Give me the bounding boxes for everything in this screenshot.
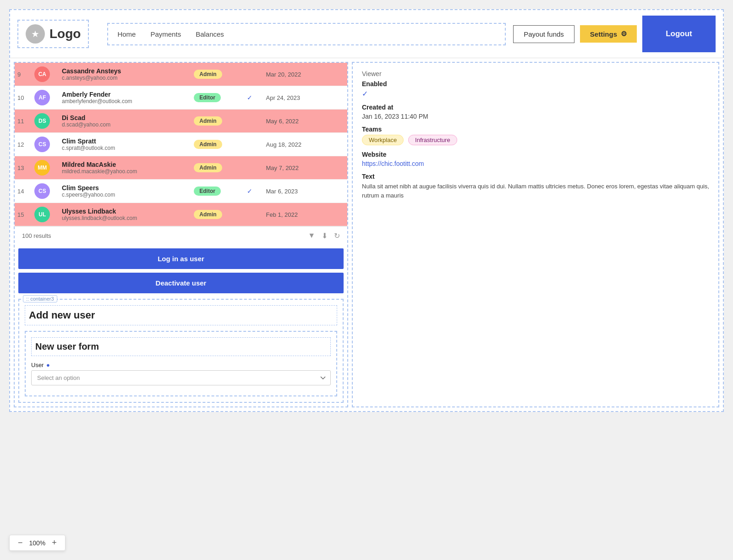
zoom-in-button[interactable]: +: [50, 538, 59, 548]
content-area: 9 CA Cassandre Ansteys c.ansteys@yahoo.c…: [10, 58, 723, 411]
results-count: 100 results: [22, 232, 51, 239]
table-footer: 100 results ▼ ⬇ ↻: [15, 226, 347, 245]
created-at-label: Created at: [362, 104, 709, 111]
left-panel: 9 CA Cassandre Ansteys c.ansteys@yahoo.c…: [14, 62, 348, 407]
right-panel: Viewer Enabled ✓ Created at Jan 16, 2023…: [352, 62, 719, 407]
table-row[interactable]: 14 CS Clim Speers c.speers@yahoo.com Edi…: [15, 180, 347, 203]
website-link[interactable]: https://chic.footitt.com: [362, 160, 709, 167]
user-avatar: CA: [34, 66, 50, 82]
row-number: 13: [15, 156, 33, 180]
role-badge: Admin: [194, 116, 222, 126]
required-indicator: ●: [46, 362, 50, 368]
table-row[interactable]: 15 UL Ulysses Lindback ulysses.lindback@…: [15, 203, 347, 226]
text-label: Text: [362, 173, 709, 180]
logo-text: Logo: [49, 27, 81, 41]
role-badge: Editor: [194, 187, 221, 196]
payout-funds-button[interactable]: Payout funds: [513, 25, 574, 43]
user-field-label: User ●: [31, 362, 331, 368]
settings-button[interactable]: Settings ⚙: [580, 25, 637, 43]
zoom-out-button[interactable]: −: [16, 538, 25, 548]
logo-area: ★ Logo: [17, 20, 89, 48]
table-row[interactable]: 12 CS Clim Spratt c.spratt@outlook.com A…: [15, 133, 347, 156]
user-email: c.spratt@outlook.com: [62, 145, 188, 151]
role-badge: Editor: [194, 93, 221, 102]
check-icon: ✓: [247, 187, 252, 195]
check-icon: ✓: [247, 94, 252, 101]
nav-home[interactable]: Home: [117, 30, 136, 38]
download-icon[interactable]: ⬇: [322, 231, 328, 240]
deactivate-user-button[interactable]: Deactivate user: [18, 273, 344, 293]
user-field: User ● Select an option: [31, 362, 331, 385]
filter-icon[interactable]: ▼: [308, 231, 315, 240]
date-cell: Apr 24, 2023: [263, 86, 335, 110]
role-badge: Admin: [194, 140, 222, 149]
user-info: Ulysses Lindback ulysses.lindback@outloo…: [62, 208, 188, 221]
refresh-icon[interactable]: ↻: [334, 231, 340, 240]
date-cell: Feb 1, 2022: [263, 203, 335, 226]
role-badge: Admin: [194, 210, 222, 219]
role-badge: Admin: [194, 70, 222, 79]
user-info: Amberly Fender amberlyfender@outlook.com: [62, 91, 188, 104]
table-row[interactable]: 11 DS Di Scad d.scad@yahoo.com Admin May…: [15, 110, 347, 133]
user-avatar: AF: [34, 90, 50, 105]
new-user-form-container: New user form User ● Select an option: [25, 331, 337, 396]
created-at-value: Jan 16, 2023 11:40 PM: [362, 113, 709, 120]
team-infrastructure: Infrastructure: [408, 135, 457, 145]
nav-area: Home Payments Balances: [107, 23, 506, 45]
user-avatar: CS: [34, 183, 50, 199]
row-number: 14: [15, 180, 33, 203]
row-number: 12: [15, 133, 33, 156]
website-label: Website: [362, 151, 709, 158]
header-actions: Payout funds Settings ⚙ Logout: [513, 16, 716, 52]
date-cell: May 7, 2022: [263, 156, 335, 180]
user-name: Clim Speers: [62, 184, 188, 192]
user-name: Clim Spratt: [62, 137, 188, 145]
row-number: 10: [15, 86, 33, 110]
user-info: Di Scad d.scad@yahoo.com: [62, 114, 188, 128]
user-name: Mildred MacAskie: [62, 161, 188, 168]
row-number: 15: [15, 203, 33, 226]
action-buttons: Log in as user Deactivate user: [15, 245, 347, 297]
user-info: Clim Speers c.speers@yahoo.com: [62, 184, 188, 198]
zoom-level: 100%: [29, 539, 46, 547]
user-info: Cassandre Ansteys c.ansteys@yahoo.com: [62, 67, 188, 81]
login-as-user-button[interactable]: Log in as user: [18, 248, 344, 269]
nav-payments[interactable]: Payments: [150, 30, 181, 38]
user-email: d.scad@yahoo.com: [62, 121, 188, 128]
team-workplace: Workplace: [362, 135, 404, 145]
nav-balances[interactable]: Balances: [196, 30, 224, 38]
gear-icon: ⚙: [621, 30, 627, 38]
user-name: Amberly Fender: [62, 91, 188, 98]
user-avatar: CS: [34, 137, 50, 152]
text-content: Nulla sit amet nibh at augue facilisis v…: [362, 182, 709, 200]
add-user-section: :: container3 Add new user New user form…: [18, 299, 344, 403]
enabled-check: ✓: [362, 89, 709, 98]
header: ★ Logo Home Payments Balances Payout fun…: [10, 10, 723, 58]
table-row[interactable]: 9 CA Cassandre Ansteys c.ansteys@yahoo.c…: [15, 63, 347, 86]
table-row[interactable]: 13 MM Mildred MacAskie mildred.macaskie@…: [15, 156, 347, 180]
user-avatar: DS: [34, 113, 50, 129]
container-label: :: container3: [23, 295, 57, 302]
user-avatar: MM: [34, 160, 50, 176]
row-number: 11: [15, 110, 33, 133]
user-select[interactable]: Select an option: [31, 370, 331, 385]
teams-label: Teams: [362, 126, 709, 133]
date-cell: Aug 18, 2022: [263, 133, 335, 156]
add-user-title: Add new user: [25, 305, 337, 325]
user-email: c.speers@yahoo.com: [62, 192, 188, 198]
table-row[interactable]: 10 AF Amberly Fender amberlyfender@outlo…: [15, 86, 347, 110]
date-cell: Mar 6, 2023: [263, 180, 335, 203]
user-email: mildred.macaskie@yahoo.com: [62, 168, 188, 175]
user-email: amberlyfender@outlook.com: [62, 98, 188, 104]
row-number: 9: [15, 63, 33, 86]
user-table: 9 CA Cassandre Ansteys c.ansteys@yahoo.c…: [15, 63, 347, 226]
viewer-label: Viewer: [362, 70, 709, 77]
role-badge: Admin: [194, 163, 222, 172]
logout-button[interactable]: Logout: [642, 16, 716, 52]
new-user-form-title: New user form: [31, 337, 331, 356]
user-info: Mildred MacAskie mildred.macaskie@yahoo.…: [62, 161, 188, 175]
user-email: c.ansteys@yahoo.com: [62, 75, 188, 81]
enabled-label: Enabled: [362, 80, 709, 88]
user-name: Di Scad: [62, 114, 188, 121]
user-email: ulysses.lindback@outlook.com: [62, 215, 188, 221]
